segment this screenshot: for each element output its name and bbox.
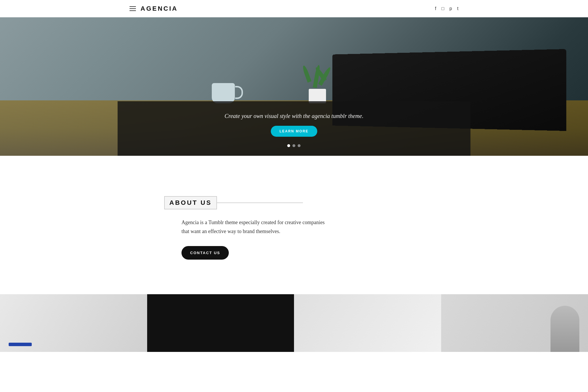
- bottom-image-strip: [0, 294, 588, 352]
- hamburger-menu[interactable]: [130, 6, 136, 11]
- about-heading-box: ABOUT US: [164, 196, 217, 209]
- facebook-icon[interactable]: f: [435, 6, 436, 11]
- twitter-icon[interactable]: t: [457, 6, 458, 11]
- learn-more-button[interactable]: LEARN MORE: [271, 126, 317, 137]
- hero-dot-1[interactable]: [287, 144, 290, 147]
- about-description: Agencia is a Tumblr theme especially cre…: [181, 218, 332, 236]
- site-logo[interactable]: AGENCIA: [141, 5, 178, 12]
- instagram-icon[interactable]: □: [441, 6, 444, 11]
- hero-slider-dots: [135, 144, 453, 147]
- hero-section: Create your own visual style with the ag…: [0, 17, 588, 156]
- bottom-panel-right: [441, 294, 588, 352]
- about-section: ABOUT US Agencia is a Tumblr theme espec…: [0, 156, 588, 294]
- hero-overlay: Create your own visual style with the ag…: [118, 101, 471, 156]
- hero-cup-decoration: [212, 80, 238, 103]
- hero-dot-2[interactable]: [293, 144, 295, 147]
- about-heading-wrap: ABOUT US: [164, 196, 303, 209]
- hero-plant-decoration: [306, 65, 329, 103]
- bottom-panel-left: [0, 294, 147, 352]
- pinterest-icon[interactable]: p: [450, 6, 452, 11]
- hero-tagline: Create your own visual style with the ag…: [135, 113, 453, 119]
- social-icons-group: f □ p t: [435, 6, 458, 11]
- about-heading-line: [216, 202, 303, 203]
- bottom-panel-center: [147, 294, 294, 352]
- contact-us-button[interactable]: CONTACT US: [181, 246, 229, 260]
- site-header: AGENCIA f □ p t: [0, 0, 588, 17]
- hero-dot-3[interactable]: [298, 144, 301, 147]
- about-heading: ABOUT US: [169, 199, 212, 207]
- bottom-panel-center-right: [294, 294, 441, 352]
